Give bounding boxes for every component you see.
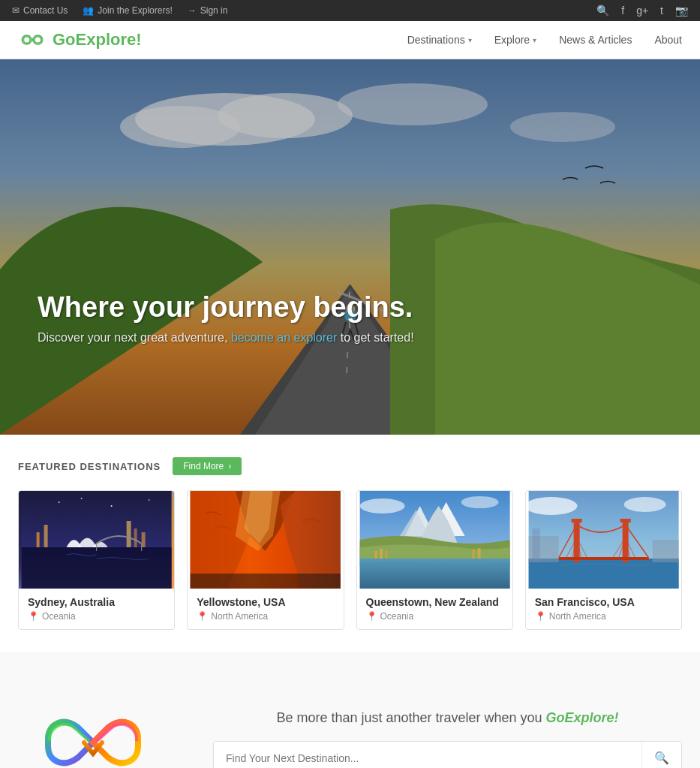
hero-text: Where your journey begins. Discover your… <box>38 291 414 345</box>
featured-section: FEATURED DESTINATIONS Find More › <box>0 435 700 652</box>
sf-info: San Francisco, USA 📍 North America <box>526 589 681 629</box>
facebook-icon[interactable]: f <box>621 5 624 17</box>
svg-rect-28 <box>359 559 509 589</box>
hero-background <box>0 59 700 435</box>
svg-point-56 <box>526 497 578 515</box>
signin-icon: → <box>188 5 197 16</box>
sf-region: 📍 North America <box>535 611 672 622</box>
sydney-image <box>19 491 174 589</box>
twitter-icon[interactable]: t <box>660 5 663 17</box>
svg-rect-18 <box>134 529 137 547</box>
sf-image <box>526 491 681 589</box>
navbar: GoExplore! Destinations ▾ Explore ▾ News… <box>0 21 700 59</box>
logo-text: GoExplore! <box>53 30 142 50</box>
svg-rect-55 <box>652 540 678 562</box>
top-bar-left: ✉ Contact Us 👥 Join the Explorers! → Sig… <box>12 5 227 16</box>
instagram-icon[interactable]: 📷 <box>675 5 688 17</box>
top-bar: ✉ Contact Us 👥 Join the Explorers! → Sig… <box>0 0 700 21</box>
search-icon[interactable]: 🔍 <box>596 5 609 17</box>
queenstown-region: 📍 Oceania <box>366 611 503 622</box>
destination-card-yellowstone[interactable]: Yellowstone, USA 📍 North America <box>187 490 344 630</box>
top-bar-right: 🔍 f g+ t 📷 <box>596 5 688 17</box>
explore-caret-icon: ▾ <box>533 36 536 44</box>
yellowstone-name: Yellowstone, USA <box>197 596 334 608</box>
queenstown-image <box>357 491 512 589</box>
svg-point-57 <box>623 497 665 512</box>
sf-name: San Francisco, USA <box>535 596 672 608</box>
svg-rect-14 <box>22 547 172 589</box>
svg-point-35 <box>461 496 498 508</box>
svg-rect-54 <box>532 529 539 562</box>
envelope-icon: ✉ <box>12 5 20 16</box>
destination-card-sydney[interactable]: Sydney, Australia 📍 Oceania <box>18 490 175 630</box>
bottom-brand: GoExplore! <box>546 710 619 725</box>
arrow-right-icon: › <box>228 461 231 471</box>
svg-rect-33 <box>477 548 480 559</box>
destination-search-input[interactable] <box>214 742 641 768</box>
featured-header: FEATURED DESTINATIONS Find More › <box>18 457 682 475</box>
svg-point-34 <box>359 498 404 514</box>
logo-link[interactable]: GoExplore! <box>18 30 142 50</box>
svg-rect-41 <box>571 519 581 523</box>
svg-point-22 <box>59 501 60 503</box>
nav-about[interactable]: About <box>654 34 682 46</box>
sydney-region: 📍 Oceania <box>28 611 165 622</box>
nav-explore[interactable]: Explore ▾ <box>494 34 536 46</box>
bottom-tagline: Be more than just another traveler when … <box>213 710 682 726</box>
googleplus-icon[interactable]: g+ <box>636 5 648 17</box>
destination-search-bar: 🔍 <box>213 741 682 768</box>
svg-rect-37 <box>528 559 678 589</box>
location-icon-4: 📍 <box>535 611 546 622</box>
join-explorers-link[interactable]: 👥 Join the Explorers! <box>83 5 172 16</box>
logo-goggles-icon <box>18 32 47 48</box>
svg-point-23 <box>81 498 83 499</box>
nav-links: Destinations ▾ Explore ▾ News & Articles… <box>407 34 682 46</box>
find-more-button[interactable]: Find More › <box>173 457 242 475</box>
yellowstone-image <box>188 491 343 589</box>
user-group-icon: 👥 <box>83 5 94 16</box>
sydney-info: Sydney, Australia 📍 Oceania <box>19 589 174 629</box>
hero-title: Where your journey begins. <box>38 291 414 324</box>
svg-rect-16 <box>44 525 48 547</box>
destination-search-button[interactable]: 🔍 <box>641 742 681 768</box>
hero-subtitle: Discover your next great adventure, beco… <box>38 331 414 345</box>
svg-rect-32 <box>472 550 474 559</box>
bottom-section: Be more than just another traveler when … <box>0 652 700 768</box>
destination-grid: Sydney, Australia 📍 Oceania <box>18 490 682 630</box>
location-icon: 📍 <box>28 611 39 622</box>
become-explorer-link[interactable]: become an explorer <box>231 331 337 344</box>
svg-rect-42 <box>620 519 630 523</box>
svg-point-25 <box>149 499 150 501</box>
contact-us-link[interactable]: ✉ Contact Us <box>12 5 68 16</box>
destinations-caret-icon: ▾ <box>468 36 472 44</box>
svg-rect-30 <box>380 549 382 559</box>
svg-rect-29 <box>374 551 377 559</box>
sydney-name: Sydney, Australia <box>28 596 165 608</box>
svg-rect-12 <box>0 59 700 435</box>
svg-point-24 <box>111 505 113 507</box>
yellowstone-info: Yellowstone, USA 📍 North America <box>188 589 343 629</box>
destination-card-queenstown[interactable]: Queenstown, New Zealand 📍 Oceania <box>356 490 513 630</box>
svg-rect-17 <box>127 521 131 547</box>
sign-in-link[interactable]: → Sign in <box>188 5 228 16</box>
yellowstone-region: 📍 North America <box>197 611 334 622</box>
svg-rect-19 <box>142 532 146 547</box>
bottom-logo-svg <box>18 697 168 768</box>
location-icon-2: 📍 <box>197 611 208 622</box>
nav-news[interactable]: News & Articles <box>559 34 632 46</box>
svg-point-0 <box>23 37 30 44</box>
nav-destinations[interactable]: Destinations ▾ <box>407 34 472 46</box>
svg-rect-15 <box>37 532 40 547</box>
hero-section: Where your journey begins. Discover your… <box>0 59 700 435</box>
svg-rect-31 <box>385 550 386 559</box>
location-icon-3: 📍 <box>366 611 377 622</box>
bottom-logo-area <box>18 697 168 768</box>
featured-title: FEATURED DESTINATIONS <box>18 461 161 472</box>
bottom-content: Be more than just another traveler when … <box>213 710 682 768</box>
search-magnifier-icon: 🔍 <box>654 751 669 764</box>
svg-point-1 <box>35 37 41 44</box>
queenstown-info: Queenstown, New Zealand 📍 Oceania <box>357 589 512 629</box>
queenstown-name: Queenstown, New Zealand <box>366 596 503 608</box>
destination-card-sf[interactable]: San Francisco, USA 📍 North America <box>525 490 682 630</box>
